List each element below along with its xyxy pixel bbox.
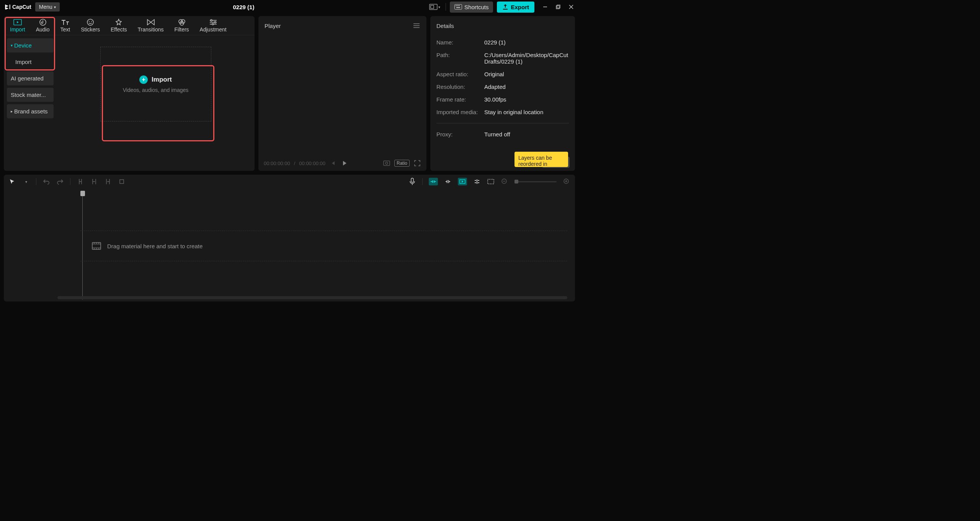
svg-rect-10 <box>557 5 560 8</box>
tab-filters[interactable]: Filters <box>171 17 192 34</box>
fullscreen-button[interactable] <box>413 159 421 167</box>
minimize-button[interactable] <box>542 4 548 10</box>
stickers-icon <box>86 19 95 26</box>
ratio-button[interactable]: Ratio <box>394 160 410 167</box>
svg-rect-27 <box>384 161 390 165</box>
preview-toggle-button[interactable] <box>458 178 467 185</box>
maximize-button[interactable] <box>555 4 561 10</box>
timeline-track-dropzone[interactable]: Drag material here and start to create <box>80 231 567 261</box>
svg-point-15 <box>87 19 93 25</box>
details-title: Details <box>436 23 454 29</box>
title-bar-right: ▾ Shortcuts Export <box>428 2 574 13</box>
detail-row-aspect: Aspect ratio:Original <box>436 71 569 77</box>
aspect-ratio-button[interactable]: ▾ <box>428 2 442 11</box>
sidebar-item-brand-assets[interactable]: ▸Brand assets <box>7 104 54 118</box>
prev-frame-button[interactable] <box>329 159 337 167</box>
text-icon <box>61 19 69 26</box>
separator <box>70 178 70 185</box>
crop-button[interactable] <box>487 178 495 185</box>
magnet-button[interactable] <box>429 178 438 185</box>
timeline-panel[interactable]: Drag material here and start to create <box>4 188 575 301</box>
tab-effects[interactable]: Effects <box>108 17 130 34</box>
zoom-slider[interactable] <box>514 181 557 182</box>
app-logo: CapCut <box>5 4 31 10</box>
import-area: + Import Videos, audios, and images <box>57 35 255 171</box>
svg-rect-5 <box>458 5 459 6</box>
delete-button[interactable] <box>118 178 126 185</box>
import-sidebar: ▾Device Import AI generated Stock mater.… <box>4 35 57 171</box>
app-name: CapCut <box>12 4 31 10</box>
chevron-down-icon: ▾ <box>54 5 56 9</box>
zoom-in-button[interactable] <box>563 178 570 185</box>
svg-rect-30 <box>411 178 413 182</box>
effects-icon <box>114 19 123 26</box>
title-bar: CapCut Menu ▾ 0229 (1) ▾ Shortcuts Expor… <box>0 0 579 14</box>
player-title: Player <box>265 23 281 29</box>
svg-point-16 <box>89 21 90 22</box>
svg-point-23 <box>212 23 214 25</box>
shortcuts-button[interactable]: Shortcuts <box>450 2 493 13</box>
sidebar-item-ai-generated[interactable]: AI generated <box>7 71 54 85</box>
microphone-button[interactable] <box>408 178 416 185</box>
timeline-scrollbar[interactable] <box>57 296 567 299</box>
media-panel: Import Audio Text Stickers Effects Trans… <box>4 16 255 171</box>
trim-left-button[interactable] <box>90 178 98 185</box>
svg-rect-2 <box>455 5 462 10</box>
svg-rect-9 <box>556 6 559 9</box>
undo-button[interactable] <box>42 178 50 185</box>
selection-tool-button[interactable] <box>8 178 16 185</box>
svg-rect-4 <box>457 5 457 6</box>
timeline-hint: Drag material here and start to create <box>107 243 203 249</box>
detail-row-framerate: Frame rate:30.00fps <box>436 96 569 103</box>
play-button[interactable] <box>341 159 348 167</box>
chevron-down-icon: ▾ <box>438 5 440 9</box>
split-button[interactable] <box>77 178 84 185</box>
import-dropzone[interactable]: + Import Videos, audios, and images <box>100 47 211 121</box>
svg-rect-3 <box>456 5 456 6</box>
export-button[interactable]: Export <box>497 2 534 13</box>
link-button[interactable] <box>444 178 452 185</box>
svg-rect-7 <box>456 7 460 8</box>
transitions-icon <box>147 19 155 26</box>
svg-point-22 <box>214 21 216 23</box>
detail-row-proxy: Proxy:Turned off <box>436 131 569 138</box>
tab-audio[interactable]: Audio <box>33 17 53 34</box>
separator <box>422 178 423 185</box>
zoom-out-button[interactable] <box>501 178 508 185</box>
tab-import[interactable]: Import <box>7 17 28 34</box>
menu-button[interactable]: Menu ▾ <box>35 2 60 11</box>
capcut-icon <box>5 4 11 10</box>
detail-row-name: Name:0229 (1) <box>436 39 569 46</box>
player-menu-button[interactable] <box>413 23 420 28</box>
svg-point-28 <box>385 162 388 164</box>
player-panel: Player 00:00:00:00 / 00:00:00:00 Ratio <box>258 16 426 171</box>
align-button[interactable] <box>473 178 481 185</box>
chevron-down-icon[interactable]: ▾ <box>22 178 30 185</box>
tab-text[interactable]: Text <box>57 17 74 34</box>
detail-row-imported-media: Imported media:Stay in original location <box>436 109 569 115</box>
svg-rect-29 <box>120 180 124 183</box>
tab-transitions[interactable]: Transitions <box>135 17 167 34</box>
redo-button[interactable] <box>56 178 64 185</box>
player-viewport[interactable] <box>258 35 426 156</box>
adjustment-icon <box>209 19 217 26</box>
media-tabs: Import Audio Text Stickers Effects Trans… <box>4 16 255 35</box>
svg-rect-1 <box>431 5 434 8</box>
zoom-thumb[interactable] <box>514 180 518 183</box>
sidebar-item-device[interactable]: ▾Device <box>7 38 54 52</box>
plus-icon: + <box>139 75 148 84</box>
svg-rect-6 <box>459 5 460 6</box>
close-button[interactable] <box>568 4 574 10</box>
svg-rect-32 <box>488 179 494 184</box>
details-panel: Details Name:0229 (1) Path:C:/Users/Admi… <box>430 16 575 171</box>
project-title: 0229 (1) <box>64 4 424 10</box>
sidebar-item-import[interactable]: Import <box>7 55 54 69</box>
sidebar-item-stock-materials[interactable]: Stock mater... <box>7 88 54 102</box>
tab-adjustment[interactable]: Adjustment <box>197 17 230 34</box>
compare-button[interactable] <box>383 159 390 167</box>
tab-stickers[interactable]: Stickers <box>78 17 103 34</box>
timeline-toolbar: ▾ <box>4 175 575 188</box>
tooltip: Layers can be reordered in <box>514 152 568 167</box>
caret-down-icon: ▾ <box>11 43 13 48</box>
trim-right-button[interactable] <box>104 178 112 185</box>
